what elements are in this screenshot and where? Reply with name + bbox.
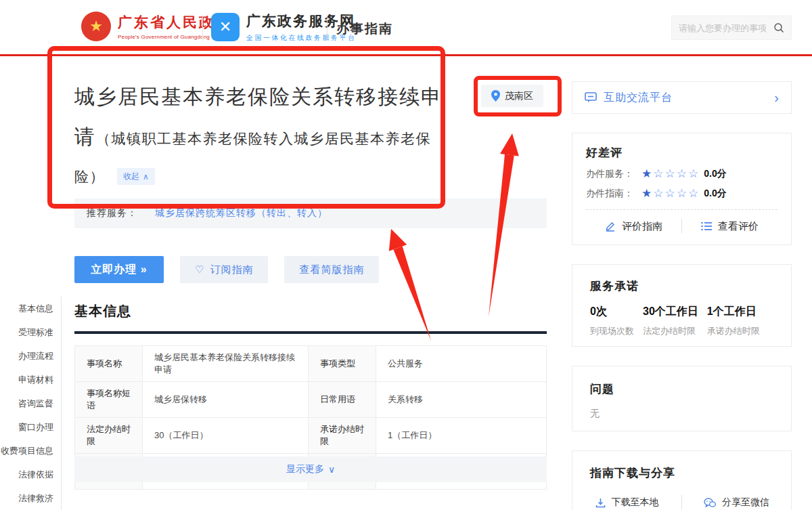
location-pin-icon: [491, 90, 500, 102]
annotation-arrow-right: [489, 154, 514, 317]
promise-label: 到现场次数: [590, 325, 634, 337]
recommend-bar: 推荐服务： 城乡居保跨统筹区转移（转出、转入）: [74, 198, 547, 228]
promise-label: 承诺办结时限: [707, 325, 760, 337]
download-local-label: 下载至本地: [612, 496, 659, 509]
recommend-link[interactable]: 城乡居保跨统筹区转移（转出、转入）: [155, 207, 328, 219]
table-value: 城乡居保转移: [143, 382, 309, 417]
table-value: 公共服务: [376, 346, 546, 381]
star-icon: ☆: [653, 167, 663, 180]
table-label: 事项名称短语: [75, 382, 143, 417]
question-card: 问题 无: [572, 366, 792, 431]
header-divider: [202, 15, 203, 41]
view-ratings-button[interactable]: 查看评价: [682, 220, 777, 233]
sidebar-item-consult[interactable]: 咨询监督: [0, 391, 61, 415]
download-share-card: 指南下载与分享 下载至本地 分享至微信: [572, 450, 792, 510]
annotation-arrowhead-left: [389, 229, 407, 251]
table-value: 城乡居民基本养老保险关系转移接续申请: [143, 346, 309, 381]
left-nav: 基本信息 受理标准 办理流程 申请材料 咨询监督 窗口办理 收费项目信息 法律依…: [0, 297, 62, 510]
search-icon[interactable]: [773, 22, 784, 33]
question-content: 无: [590, 408, 791, 420]
table-row: 事项名称 城乡居民基本养老保险关系转移接续申请 事项类型 公共服务: [75, 346, 546, 382]
basic-info-heading: 基本信息: [74, 302, 547, 320]
sidebar-item-fees[interactable]: 收费项目信息: [0, 439, 61, 463]
basic-info-section-header: 基本信息: [74, 302, 547, 334]
promise-value: 0次: [590, 305, 634, 319]
table-label: 事项名称: [75, 346, 143, 381]
subscribe-guide-button[interactable]: ♡订阅指南: [180, 256, 268, 283]
star-icon: ☆: [677, 187, 687, 200]
page-title: 城乡居民基本养老保险关系转移接续申请（城镇职工基本养老保险转入城乡居民基本养老保…: [74, 79, 443, 196]
download-local-button[interactable]: 下载至本地: [572, 496, 681, 509]
pen-icon: [605, 221, 616, 232]
question-heading: 问题: [590, 381, 791, 397]
share-wechat-button[interactable]: 分享至微信: [682, 496, 791, 509]
rating-footer: 评价指南 查看评价: [586, 209, 777, 242]
promise-row: 0次 到现场次数 30个工作日 法定办结时限 1个工作日 承诺办结时限: [590, 305, 791, 337]
sidebar-item-process[interactable]: 办理流程: [0, 344, 61, 368]
simple-guide-button[interactable]: 查看简版指南: [284, 256, 379, 283]
download-row: 下载至本地 分享至微信: [572, 495, 791, 510]
rating-row-guide: 办件指南： ★☆☆☆☆ 0.0分: [586, 188, 777, 200]
chat-bubble-icon: [585, 92, 597, 103]
region-badge[interactable]: 茂南区: [481, 85, 543, 107]
mutual-exchange-card[interactable]: 互助交流平台 ›: [572, 81, 792, 114]
sidebar-item-basic-info[interactable]: 基本信息: [0, 297, 61, 320]
region-label: 茂南区: [505, 90, 533, 102]
promise-label: 法定办结时限: [643, 325, 698, 337]
table-label: 事项类型: [309, 346, 376, 381]
table-label: 法定办结时限: [75, 418, 143, 453]
apply-now-button[interactable]: 立即办理 »: [74, 256, 164, 283]
show-more-button[interactable]: 显示更多∨: [74, 456, 547, 482]
promise-item-legal-limit: 30个工作日 法定办结时限: [643, 305, 698, 337]
table-value: 关系转移: [376, 382, 546, 417]
promise-value: 1个工作日: [707, 305, 760, 319]
download-heading: 指南下载与分享: [572, 465, 791, 481]
sidebar-item-acceptance[interactable]: 受理标准: [0, 320, 61, 344]
star-icon: ☆: [677, 167, 687, 180]
table-row: 法定办结时限 30（工作日） 承诺办结时限 1（工作日）: [75, 418, 546, 454]
action-buttons: 立即办理 » ♡订阅指南 查看简版指南: [74, 256, 379, 283]
annotation-arrowhead-right: [500, 133, 519, 156]
sidebar-item-window[interactable]: 窗口办理: [0, 415, 61, 439]
download-icon: [595, 498, 606, 508]
star-rating: ★☆☆☆☆: [641, 188, 700, 200]
promise-value: 30个工作日: [643, 305, 698, 319]
show-more-label: 显示更多: [286, 463, 324, 475]
collapse-label: 收起: [123, 171, 139, 182]
promise-item-visits: 0次 到现场次数: [590, 305, 634, 337]
rating-guide-button[interactable]: 评价指南: [586, 220, 681, 233]
wechat-icon: [704, 498, 716, 508]
search-input[interactable]: [679, 23, 773, 33]
table-value: 30（工作日）: [143, 418, 309, 453]
mutual-exchange-label: 互助交流平台: [604, 91, 673, 105]
rating-guide-label: 评价指南: [622, 220, 662, 233]
rating-heading: 好差评: [586, 145, 777, 161]
star-icon: ☆: [665, 167, 675, 180]
list-icon: [701, 221, 712, 231]
service-promise-card: 服务承诺 0次 到现场次数 30个工作日 法定办结时限 1个工作日 承诺办结时限: [572, 264, 792, 347]
star-rating: ★☆☆☆☆: [641, 168, 700, 180]
table-row: 事项名称短语 城乡居保转移 日常用语 关系转移: [75, 382, 546, 418]
header-divider: [327, 15, 328, 41]
sidebar-item-materials[interactable]: 申请材料: [0, 368, 61, 391]
star-icon: ★: [641, 187, 652, 200]
star-icon: ☆: [688, 187, 698, 200]
page: ★ 广东省人民政府 People's Government of Guangdo…: [0, 0, 812, 510]
star-icon: ☆: [665, 187, 675, 200]
chevron-down-icon: ∨: [328, 464, 335, 475]
simple-guide-label: 查看简版指南: [299, 263, 364, 276]
collapse-button[interactable]: 收起∧: [117, 168, 155, 185]
star-icon: ★: [641, 167, 652, 180]
rating-score: 0.0分: [704, 168, 726, 180]
promise-item-promised-limit: 1个工作日 承诺办结时限: [707, 305, 760, 337]
sidebar-item-legal-remedy[interactable]: 法律救济: [0, 486, 61, 510]
view-ratings-label: 查看评价: [718, 220, 759, 233]
header-nav-guide[interactable]: 办事指南: [336, 20, 393, 38]
chevron-right-icon: ›: [774, 90, 779, 106]
national-emblem-icon: ★: [81, 12, 111, 41]
portal-icon: ✕: [211, 13, 240, 41]
recommend-label: 推荐服务：: [87, 207, 137, 219]
sidebar-item-legal-basis[interactable]: 法律依据: [0, 463, 61, 486]
star-icon: ☆: [653, 187, 663, 200]
rating-row-label: 办件指南：: [586, 188, 641, 200]
